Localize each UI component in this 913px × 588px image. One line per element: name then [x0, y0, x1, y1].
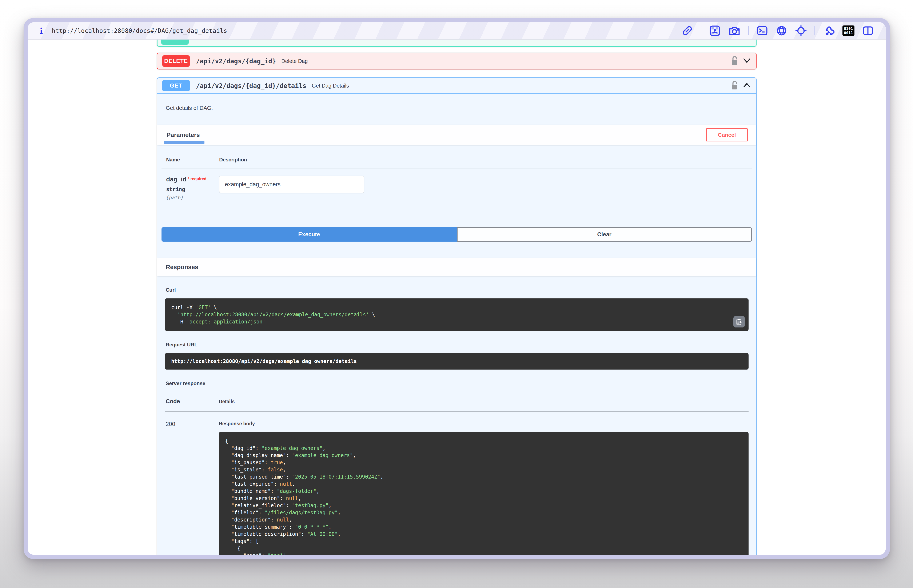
- terminal-icon[interactable]: [756, 25, 768, 37]
- toolbar-separator: [814, 26, 815, 36]
- response-body-box: { "dag_id": "example_dag_owners", "dag_d…: [219, 432, 749, 555]
- param-name-header: Name: [166, 157, 219, 163]
- swagger-page: DELETE /api/v2/dags/{dag_id} Delete Dag: [28, 40, 885, 555]
- param-location: (path): [166, 195, 219, 200]
- unlock-icon[interactable]: [731, 81, 738, 91]
- delete-endpoint-summary: Delete Dag: [281, 58, 308, 64]
- details-header: Details: [219, 399, 749, 404]
- curl-command-box: curl -X 'GET' \ 'http://localhost:28080/…: [165, 299, 749, 331]
- parameters-section-header: Parameters Cancel: [157, 125, 756, 145]
- chevron-down-icon[interactable]: [743, 58, 751, 65]
- binary-code-icon[interactable]: 0101 0011: [842, 26, 855, 36]
- toolbar-icon-group: 0101 0011: [682, 25, 874, 37]
- split-view-icon[interactable]: [862, 25, 874, 37]
- endpoint-get-block: GET /api/v2/dags/{dag_id}/details Get Da…: [157, 78, 756, 555]
- patch-method-badge: [161, 40, 189, 45]
- get-endpoint-path: /api/v2/dags/{dag_id}/details: [196, 82, 306, 89]
- curl-label: Curl: [166, 287, 749, 293]
- required-label: * required: [188, 176, 207, 181]
- param-description-header: Description: [219, 157, 752, 163]
- parameters-table: Name Description dag_id* required string: [157, 145, 756, 227]
- param-name: dag_id: [166, 176, 186, 183]
- response-row-200: 200 Response body { "dag_id": "example_d…: [165, 412, 749, 555]
- code-header: Code: [166, 398, 219, 405]
- puzzle-icon[interactable]: [823, 25, 835, 37]
- api-endpoints-column: DELETE /api/v2/dags/{dag_id} Delete Dag: [157, 40, 756, 555]
- response-table-headers: Code Details: [165, 398, 749, 405]
- target-icon[interactable]: [795, 25, 807, 37]
- get-method-badge: GET: [162, 80, 190, 91]
- request-url-label: Request URL: [166, 342, 749, 348]
- unlock-icon[interactable]: [731, 56, 738, 66]
- cancel-button[interactable]: Cancel: [706, 128, 748, 141]
- status-code: 200: [166, 421, 219, 555]
- param-value-cell: [219, 176, 752, 200]
- active-tab-underline: [164, 141, 204, 144]
- response-details-cell: Response body { "dag_id": "example_dag_o…: [219, 421, 749, 555]
- param-name-cell: dag_id* required string (path): [166, 176, 219, 200]
- tab-parameters[interactable]: Parameters: [166, 125, 201, 145]
- copy-curl-button[interactable]: [733, 316, 745, 328]
- delete-method-badge: DELETE: [162, 55, 190, 67]
- parameters-title: Parameters: [167, 131, 200, 139]
- get-endpoint-summary: Get Dag Details: [312, 83, 349, 89]
- endpoint-delete-row[interactable]: DELETE /api/v2/dags/{dag_id} Delete Dag: [157, 53, 756, 69]
- browser-window-inner: i http://localhost:28080/docs#/DAG/get_d…: [28, 22, 885, 555]
- execute-button-group: Execute Clear: [162, 227, 752, 242]
- link-icon[interactable]: [682, 25, 693, 37]
- endpoint-patch-partial[interactable]: [157, 40, 756, 47]
- responses-section-header: Responses: [157, 258, 756, 276]
- globe-icon[interactable]: [776, 25, 787, 37]
- browser-window: i http://localhost:28080/docs#/DAG/get_d…: [24, 18, 890, 559]
- execute-button[interactable]: Execute: [162, 227, 457, 242]
- url-input[interactable]: http://localhost:28080/docs#/DAG/get_dag…: [52, 27, 227, 34]
- request-url-value: http://localhost:28080/api/v2/dags/examp…: [171, 359, 357, 364]
- response-body-label: Response body: [219, 421, 749, 426]
- endpoint-get-header[interactable]: GET /api/v2/dags/{dag_id}/details Get Da…: [157, 78, 756, 94]
- responses-title: Responses: [166, 264, 198, 271]
- camera-icon[interactable]: [728, 25, 741, 37]
- browser-toolbar: i http://localhost:28080/docs#/DAG/get_d…: [28, 22, 885, 40]
- toolbar-separator: [701, 26, 701, 36]
- info-icon[interactable]: i: [37, 26, 45, 36]
- toolbar-separator: [748, 26, 749, 36]
- param-type: string: [166, 186, 219, 192]
- delete-endpoint-path: /api/v2/dags/{dag_id}: [196, 57, 276, 65]
- dag-id-input[interactable]: [219, 176, 364, 193]
- endpoint-description: Get details of DAG.: [157, 94, 756, 125]
- param-row-dag-id: dag_id* required string (path): [162, 169, 752, 227]
- request-url-box: http://localhost:28080/api/v2/dags/examp…: [165, 353, 749, 370]
- clear-button[interactable]: Clear: [457, 227, 752, 242]
- chevron-up-icon[interactable]: [743, 82, 751, 89]
- responses-area: Curl curl -X 'GET' \ 'http://localhost:2…: [157, 287, 756, 555]
- image-icon[interactable]: [709, 25, 721, 37]
- server-response-label: Server response: [166, 381, 749, 386]
